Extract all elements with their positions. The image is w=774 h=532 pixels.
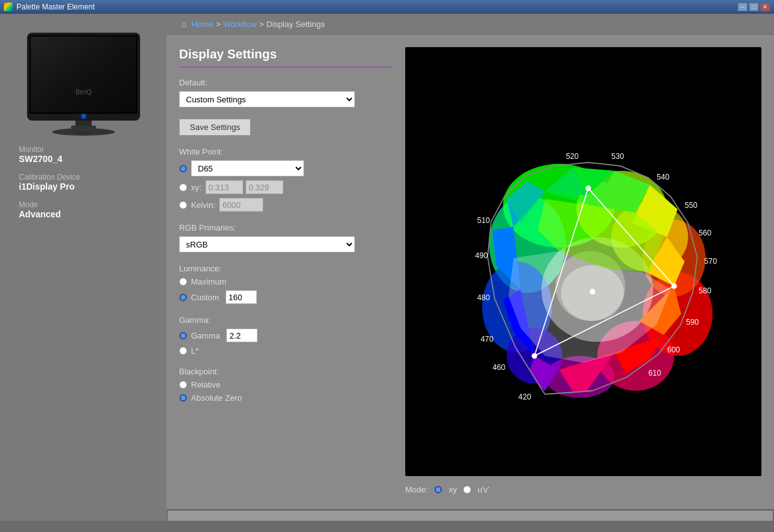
luminance-maximum-label: Maximum <box>191 277 226 286</box>
svg-text:510: 510 <box>477 216 491 225</box>
luminance-custom-input[interactable] <box>226 290 257 304</box>
svg-text:540: 540 <box>657 173 670 182</box>
luminance-custom-label: Custom <box>191 293 219 302</box>
svg-text:610: 610 <box>648 369 662 377</box>
svg-text:530: 530 <box>611 152 624 161</box>
gamma-value-input[interactable] <box>226 328 258 342</box>
cie-svg: 520 530 540 550 560 570 580 590 600 610 … <box>405 47 761 476</box>
breadcrumb-sep2: > <box>259 19 264 29</box>
blackpoint-relative-label: Relative <box>191 380 221 389</box>
luminance-maximum-row: Maximum <box>179 277 393 286</box>
monitor-label: Monitor <box>19 145 154 154</box>
minimize-button[interactable]: ─ <box>738 3 748 11</box>
default-section: Default: Custom Settings sRGB AdobeRGB P… <box>179 78 393 107</box>
page-title: Display Settings <box>179 47 393 68</box>
xy-x-input[interactable] <box>205 180 243 194</box>
breadcrumb-current: Display Settings <box>266 19 325 29</box>
default-label: Default: <box>179 78 393 87</box>
app-icon <box>4 3 13 11</box>
home-icon: ⌂ <box>179 19 189 29</box>
title-bar-controls: ─ □ ✕ <box>738 3 770 11</box>
gamma-gamma-row: Gamma <box>179 328 393 342</box>
white-point-d65-radio[interactable] <box>179 165 187 173</box>
gamma-label: Gamma: <box>179 315 393 325</box>
blackpoint-relative-radio[interactable] <box>179 381 187 389</box>
gamma-radio-group: Gamma L* <box>179 328 393 356</box>
white-point-d65-row: D65 D50 D55 D75 Custom <box>179 160 393 176</box>
mode-label: Mode <box>19 200 154 209</box>
blackpoint-absolute-radio[interactable] <box>179 394 187 402</box>
close-button[interactable]: ✕ <box>760 3 770 11</box>
svg-rect-6 <box>31 36 136 112</box>
white-point-section: White Point: D65 D50 D55 D75 Custom <box>179 147 393 212</box>
svg-rect-2 <box>71 126 96 132</box>
settings-panel: Display Settings Default: Custom Setting… <box>179 47 393 497</box>
white-point-xy-radio[interactable] <box>179 183 187 192</box>
gamma-lstar-radio[interactable] <box>179 347 187 355</box>
xy-y-input[interactable] <box>246 180 283 194</box>
mode-xy-radio[interactable] <box>434 486 442 494</box>
save-button[interactable]: Save Settings <box>179 119 251 136</box>
luminance-custom-radio[interactable] <box>179 293 187 301</box>
rgb-primaries-section: RGB Primaries: sRGB AdobeRGB DCI-P3 Cust… <box>179 223 393 252</box>
mode-label: Mode: <box>405 485 428 494</box>
luminance-maximum-radio[interactable] <box>179 278 187 286</box>
xy-label: xy: <box>191 183 202 192</box>
blackpoint-absolute-label: Absolute Zero <box>191 393 242 403</box>
sidebar: BenQ Monitor SW2700_4 Calibration Device… <box>0 14 166 521</box>
title-bar: Palette Master Element ─ □ ✕ <box>0 0 774 14</box>
blackpoint-label: Blackpoint: <box>179 367 393 376</box>
main-content: ⌂ Home > Workflow > Display Settings Dis… <box>166 14 774 521</box>
white-point-kelvin-radio[interactable] <box>179 201 187 209</box>
white-point-label: White Point: <box>179 147 393 156</box>
white-point-xy-row: xy: <box>179 180 393 194</box>
svg-text:490: 490 <box>475 251 488 260</box>
monitor-image: BenQ <box>21 26 146 136</box>
sidebar-info: Monitor SW2700_4 Calibration Device i1Di… <box>13 136 154 219</box>
kelvin-input[interactable] <box>219 198 263 212</box>
mode-uv-radio[interactable] <box>463 486 471 494</box>
breadcrumb: ⌂ Home > Workflow > Display Settings <box>166 14 774 35</box>
breadcrumb-sep1: > <box>216 19 221 29</box>
default-select[interactable]: Custom Settings sRGB AdobeRGB P3 <box>179 91 355 107</box>
gamma-section: Gamma: Gamma L* <box>179 315 393 356</box>
rgb-primaries-select[interactable]: sRGB AdobeRGB DCI-P3 Custom <box>179 236 355 252</box>
horizontal-scrollbar[interactable] <box>168 511 773 521</box>
svg-point-7 <box>81 114 86 119</box>
blackpoint-radio-group: Relative Absolute Zero <box>179 380 393 403</box>
blackpoint-relative-row: Relative <box>179 380 393 389</box>
xy-inputs <box>205 180 283 194</box>
monitor-value: SW2700_4 <box>19 154 154 164</box>
svg-text:480: 480 <box>477 293 491 302</box>
svg-text:570: 570 <box>704 257 717 266</box>
luminance-radio-group: Maximum Custom <box>179 277 393 304</box>
calibration-label: Calibration Device <box>19 173 154 182</box>
svg-point-44 <box>672 283 677 289</box>
breadcrumb-workflow[interactable]: Workflow <box>223 19 256 29</box>
rgb-primaries-label: RGB Primaries: <box>179 223 393 232</box>
svg-point-45 <box>586 185 591 191</box>
gamma-gamma-label: Gamma <box>191 331 220 340</box>
blackpoint-section: Blackpoint: Relative Absolute Zero <box>179 367 393 403</box>
gamma-lstar-row: L* <box>179 346 393 356</box>
breadcrumb-home[interactable]: Home <box>192 19 214 29</box>
svg-point-47 <box>590 289 596 295</box>
svg-point-46 <box>531 353 537 359</box>
maximize-button[interactable]: □ <box>749 3 759 11</box>
luminance-section: Luminance: Maximum Custom <box>179 264 393 304</box>
svg-text:470: 470 <box>481 335 494 344</box>
blackpoint-absolute-row: Absolute Zero <box>179 393 393 403</box>
mode-xy-label: xy <box>449 485 457 494</box>
white-point-select[interactable]: D65 D50 D55 D75 Custom <box>191 160 304 176</box>
cie-chart: 520 530 540 550 560 570 580 590 600 610 … <box>405 47 761 476</box>
calibration-value: i1Display Pro <box>19 182 154 192</box>
svg-text:580: 580 <box>699 286 712 295</box>
svg-text:420: 420 <box>518 393 531 401</box>
svg-text:560: 560 <box>699 229 712 237</box>
white-point-kelvin-row: Kelvin: <box>179 198 393 212</box>
gamma-gamma-radio[interactable] <box>179 332 187 340</box>
luminance-label: Luminance: <box>179 264 393 273</box>
mode-value: Advanced <box>19 209 154 219</box>
mode-bar: Mode: xy u'v' <box>405 482 761 497</box>
gamma-lstar-label: L* <box>191 346 199 356</box>
